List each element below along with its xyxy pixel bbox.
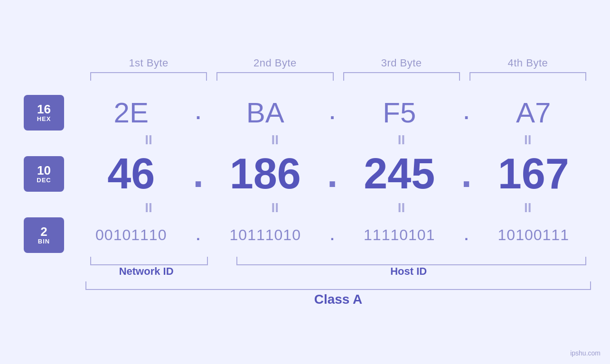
byte3-header: 3rd Byte xyxy=(338,57,465,69)
eq1-b1: II xyxy=(85,133,212,147)
class-label: Class A xyxy=(85,292,591,307)
network-id-label: Network ID xyxy=(85,265,207,278)
host-id-label: Host ID xyxy=(226,265,591,278)
bin-badge: 2 BIN xyxy=(24,217,64,253)
hex-badge: 16 HEX xyxy=(24,95,64,131)
dec-base-number: 10 xyxy=(37,164,51,177)
top-brackets-row xyxy=(19,72,591,81)
hex-b2: BA xyxy=(208,96,323,129)
id-labels-row: Network ID Host ID xyxy=(19,265,591,278)
bin-dot3: . xyxy=(457,227,476,243)
equals-row-2: II II II II xyxy=(19,201,591,215)
bin-dot2: . xyxy=(323,227,342,243)
hex-base-label: HEX xyxy=(37,115,51,122)
bin-dot1: . xyxy=(189,227,208,243)
dec-dot1: . xyxy=(189,152,208,196)
hex-dot3: . xyxy=(457,102,476,123)
eq1-b3: II xyxy=(338,133,465,147)
host-bracket xyxy=(236,257,586,265)
hex-dot2: . xyxy=(323,102,342,123)
bin-b4: 10100111 xyxy=(476,226,591,244)
bracket-b1 xyxy=(90,72,207,81)
eq2-b4: II xyxy=(465,201,591,215)
byte1-header: 1st Byte xyxy=(85,57,212,69)
hex-row: 16 HEX 2E . BA . F5 . A7 xyxy=(19,95,591,131)
bin-base-label: BIN xyxy=(38,238,50,245)
dec-b2: 186 xyxy=(208,149,323,198)
eq2-b1: II xyxy=(85,201,212,215)
bracket-spacer xyxy=(213,257,232,265)
dec-base-label: DEC xyxy=(37,177,51,184)
dec-row: 10 DEC 46 . 186 . 245 . 167 xyxy=(19,149,591,198)
hex-b1: 2E xyxy=(74,96,189,129)
bin-b2: 10111010 xyxy=(208,226,323,244)
eq2-b3: II xyxy=(338,201,465,215)
hex-base-number: 16 xyxy=(37,103,51,115)
bracket-b2 xyxy=(216,72,333,81)
bin-b3: 11110101 xyxy=(342,226,457,244)
dec-b1: 46 xyxy=(74,149,189,198)
bracket-b3 xyxy=(343,72,460,81)
dec-b4: 167 xyxy=(476,149,591,198)
bin-row: 2 BIN 00101110 . 10111010 . 11110101 . 1… xyxy=(19,217,591,253)
byte-headers-row: 1st Byte 2nd Byte 3rd Byte 4th Byte xyxy=(19,57,591,69)
bottom-brackets-row xyxy=(19,257,591,265)
dec-values-row: 46 . 186 . 245 . 167 xyxy=(64,149,591,198)
hex-b3: F5 xyxy=(342,96,457,129)
class-section: Class A xyxy=(19,281,591,307)
class-bracket xyxy=(85,281,591,290)
eq2-b2: II xyxy=(212,201,338,215)
main-container: 1st Byte 2nd Byte 3rd Byte 4th Byte 16 H… xyxy=(0,0,610,364)
hex-values-row: 2E . BA . F5 . A7 xyxy=(64,96,591,129)
dec-b3: 245 xyxy=(342,149,457,198)
eq1-b4: II xyxy=(465,133,591,147)
bracket-b4 xyxy=(469,72,586,81)
network-bracket xyxy=(90,257,208,265)
dec-dot3: . xyxy=(457,152,476,196)
byte4-header: 4th Byte xyxy=(465,57,591,69)
byte2-header: 2nd Byte xyxy=(212,57,338,69)
bin-b1: 00101110 xyxy=(74,226,189,244)
bin-base-number: 2 xyxy=(40,225,47,238)
hex-dot1: . xyxy=(189,102,208,123)
hex-b4: A7 xyxy=(476,96,591,129)
dec-badge: 10 DEC xyxy=(24,156,64,192)
eq1-b2: II xyxy=(212,133,338,147)
dec-dot2: . xyxy=(323,152,342,196)
id-spacer xyxy=(207,265,226,278)
bin-values-row: 00101110 . 10111010 . 11110101 . 1010011… xyxy=(64,226,591,244)
equals-row-1: II II II II xyxy=(19,133,591,147)
watermark: ipshu.com xyxy=(570,349,601,357)
